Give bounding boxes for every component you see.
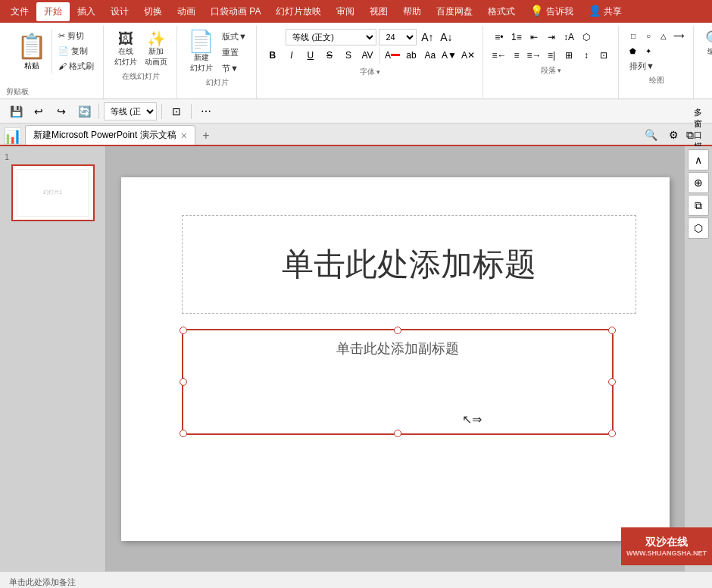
new-slide-button[interactable]: 📄 新建 幻灯片 — [185, 29, 217, 76]
subtitle-placeholder-text: 单击此处添加副标题 — [336, 339, 459, 358]
decrease-font-button[interactable]: A↓ — [438, 29, 454, 45]
font-name-select[interactable]: 等线 (正文) — [286, 29, 376, 45]
format-painter-button[interactable]: 🖌 格式刷 — [55, 59, 97, 74]
layout-button[interactable]: 版式▼ — [219, 30, 250, 44]
handle-tr[interactable] — [608, 327, 616, 334]
app-icon-area: 📊 — [3, 127, 22, 145]
scroll-up-button[interactable]: ∧ — [688, 149, 709, 170]
canvas-area[interactable]: 单击此处添加标题 单击此处添加副标题 ↖⇒ — [106, 146, 685, 571]
font-expand-icon[interactable]: ▾ — [376, 68, 380, 76]
settings-tab-button[interactable]: ⚙ — [664, 125, 683, 145]
multi-window-button[interactable]: ⧉ 多窗口模式 — [686, 125, 706, 145]
title-placeholder[interactable]: 单击此处添加标题 — [182, 215, 636, 314]
edit-icon: 🔍 — [705, 31, 712, 46]
handle-bl[interactable] — [180, 430, 187, 437]
toolbar-sep1 — [98, 104, 99, 119]
paragraph-expand-icon[interactable]: ▾ — [557, 67, 561, 74]
draw-shape-btn6[interactable]: ✦ — [642, 44, 655, 58]
handle-tm[interactable] — [394, 327, 401, 334]
draw-shape-btn5[interactable]: ⬟ — [626, 44, 640, 58]
decrease-indent-button[interactable]: ⇤ — [526, 29, 542, 45]
repeat-button[interactable]: 🔄 — [74, 102, 94, 121]
slide-thumbnail[interactable]: 幻灯片1 — [11, 164, 95, 221]
toolbar-more-btn[interactable]: ⋯ — [196, 102, 216, 121]
clear-format-button[interactable]: A✕ — [460, 47, 476, 64]
draw-shape-btn4[interactable]: ⟶ — [672, 29, 685, 42]
convert-smartart-button[interactable]: ⬡ — [578, 29, 595, 45]
edit-button[interactable]: 🔍 编辑 — [701, 29, 712, 59]
undo-button[interactable]: ↩ — [29, 102, 48, 121]
fit-button[interactable]: ⊕ — [688, 172, 709, 193]
numbering-button[interactable]: 1≡ — [508, 29, 525, 45]
menu-item-transitions[interactable]: 切换 — [136, 2, 170, 21]
menu-item-help[interactable]: 帮助 — [395, 2, 429, 21]
menu-item-slideshow[interactable]: 幻灯片放映 — [268, 2, 329, 21]
toolbar-font-select[interactable]: 等线 (正 — [104, 102, 157, 120]
menu-item-tell[interactable]: 💡 告诉我 — [523, 2, 580, 21]
status-note[interactable]: 单击此处添加备注 — [9, 577, 76, 588]
char-spacing-button[interactable]: AV — [359, 47, 376, 64]
add-animation-button[interactable]: ✨ 新加 动画页 — [142, 29, 170, 70]
toolbar-layout-btn[interactable]: ⊡ — [167, 102, 186, 121]
cut-button[interactable]: ✂ 剪切 — [55, 29, 97, 43]
bullets-button[interactable]: ≡• — [491, 29, 507, 45]
menu-item-insert[interactable]: 插入 — [70, 2, 103, 21]
paste-button[interactable]: 📋 粘贴 — [12, 29, 52, 74]
handle-tl[interactable] — [180, 327, 187, 334]
tab-close-button[interactable]: × — [181, 130, 187, 142]
paragraph-group-label: 段落 ▾ — [541, 65, 561, 76]
toolbar-sep2 — [161, 104, 162, 119]
menu-item-file[interactable]: 文件 — [3, 2, 36, 21]
handle-ml[interactable] — [180, 378, 187, 386]
align-left-button[interactable]: ≡← — [491, 47, 507, 64]
underline-button[interactable]: U — [302, 47, 319, 64]
justify-button[interactable]: ≡| — [543, 47, 560, 64]
tab-add-button[interactable]: + — [197, 127, 215, 145]
save-quick-button[interactable]: 💾 — [6, 102, 26, 121]
menu-item-baidu[interactable]: 百度网盘 — [429, 2, 480, 21]
menu-item-share[interactable]: 👤 共享 — [581, 2, 629, 21]
italic-button[interactable]: I — [283, 47, 300, 64]
menu-item-home[interactable]: 开始 — [36, 2, 70, 21]
search-tab-button[interactable]: 🔍 — [641, 125, 660, 145]
text-direction-button[interactable]: ↕A — [561, 29, 577, 45]
strikethrough-button[interactable]: S — [321, 47, 338, 64]
menu-item-format[interactable]: 格式式 — [480, 2, 523, 21]
text-shadow-button[interactable]: S — [340, 47, 357, 64]
online-slides-button[interactable]: 🖼 在线 幻灯片 — [111, 29, 140, 70]
section-button[interactable]: 节▼ — [219, 61, 250, 76]
copy-button[interactable]: 📄 复制 — [55, 44, 97, 58]
slide-canvas[interactable]: 单击此处添加标题 单击此处添加副标题 ↖⇒ — [121, 177, 670, 541]
clone-button[interactable]: ⧉ — [688, 195, 709, 216]
handle-br[interactable] — [608, 430, 616, 437]
text-box-button[interactable]: ⊡ — [595, 47, 612, 64]
text-highlight-button[interactable]: ab — [403, 47, 420, 64]
bold-button[interactable]: B — [264, 47, 281, 64]
increase-indent-button[interactable]: ⇥ — [543, 29, 560, 45]
columns-button[interactable]: ⊞ — [561, 47, 577, 64]
menu-item-design[interactable]: 设计 — [103, 2, 136, 21]
draw-shape-btn2[interactable]: ○ — [642, 29, 655, 42]
arrange-button[interactable]: 排列▼ — [626, 59, 687, 74]
font-size-select[interactable]: 24 — [379, 29, 417, 45]
caps-button[interactable]: A▼ — [441, 47, 457, 64]
line-spacing-button[interactable]: ↕ — [578, 47, 595, 64]
menu-item-animation[interactable]: 动画 — [170, 2, 203, 21]
reset-button[interactable]: 重置 — [219, 45, 250, 60]
tab-document[interactable]: 新建Microsoft PowerPoint 演示文稿 × — [25, 125, 195, 145]
align-center-button[interactable]: ≡ — [508, 47, 525, 64]
draw-group-label: 绘图 — [649, 75, 664, 86]
menu-item-pocketanim[interactable]: 口袋动画 PA — [203, 2, 268, 21]
draw-shape-btn1[interactable]: □ — [626, 29, 640, 42]
subtitle-placeholder[interactable]: 单击此处添加副标题 — [182, 329, 614, 435]
redo-button[interactable]: ↪ — [52, 102, 71, 121]
handle-mr[interactable] — [608, 378, 616, 386]
expand-button[interactable]: ⬡ — [688, 217, 709, 239]
font-color-button[interactable]: A — [384, 47, 401, 64]
increase-font-button[interactable]: A↑ — [419, 29, 436, 45]
draw-shape-btn3[interactable]: △ — [657, 29, 670, 42]
menu-item-view[interactable]: 视图 — [362, 2, 395, 21]
align-right-button[interactable]: ≡→ — [526, 47, 542, 64]
menu-item-review[interactable]: 审阅 — [329, 2, 362, 21]
handle-bm[interactable] — [394, 430, 401, 437]
